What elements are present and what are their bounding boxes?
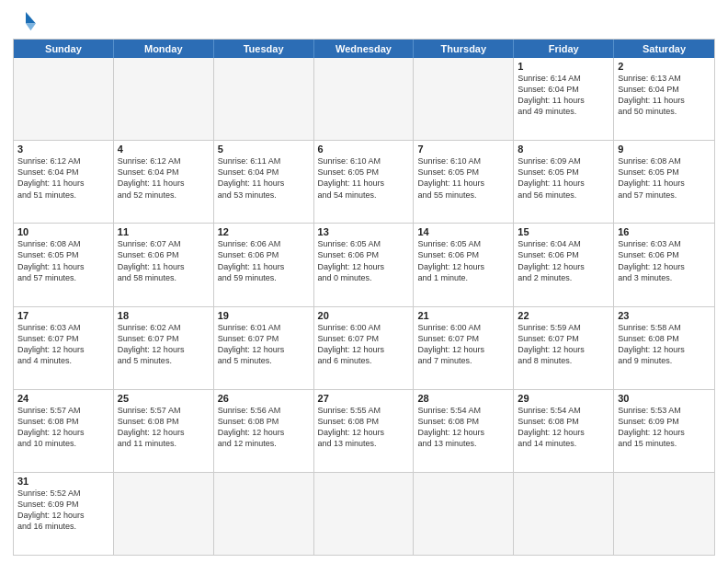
day-number: 31 bbox=[17, 476, 109, 487]
calendar-row-2: 10Sunrise: 6:08 AM Sunset: 6:05 PM Dayli… bbox=[14, 223, 714, 305]
day-number: 25 bbox=[118, 393, 210, 404]
calendar-cell-12: 12Sunrise: 6:06 AM Sunset: 6:06 PM Dayli… bbox=[214, 224, 314, 305]
calendar-row-1: 3Sunrise: 6:12 AM Sunset: 6:04 PM Daylig… bbox=[14, 140, 714, 223]
calendar-cell-empty-0-3 bbox=[314, 58, 415, 140]
calendar-cell-empty-0-4 bbox=[414, 58, 514, 140]
day-number: 15 bbox=[518, 226, 609, 237]
calendar-cell-empty-5-3 bbox=[314, 473, 415, 555]
day-number: 12 bbox=[218, 226, 310, 237]
logo bbox=[13, 9, 42, 35]
cell-content: Sunrise: 6:00 AM Sunset: 6:07 PM Dayligh… bbox=[417, 322, 509, 367]
calendar: SundayMondayTuesdayWednesdayThursdayFrid… bbox=[13, 39, 715, 556]
day-number: 1 bbox=[518, 61, 609, 72]
day-number: 16 bbox=[618, 226, 711, 237]
cell-content: Sunrise: 6:05 AM Sunset: 6:06 PM Dayligh… bbox=[417, 238, 509, 283]
cell-content: Sunrise: 6:07 AM Sunset: 6:06 PM Dayligh… bbox=[118, 238, 210, 283]
calendar-cell-15: 15Sunrise: 6:04 AM Sunset: 6:06 PM Dayli… bbox=[514, 224, 614, 305]
day-number: 4 bbox=[118, 144, 210, 155]
day-number: 17 bbox=[17, 310, 109, 321]
weekday-header-thursday: Thursday bbox=[414, 40, 514, 58]
generalblue-logo-icon bbox=[13, 9, 39, 35]
calendar-header: SundayMondayTuesdayWednesdayThursdayFrid… bbox=[14, 40, 714, 58]
calendar-cell-empty-5-2 bbox=[214, 473, 314, 555]
calendar-cell-8: 8Sunrise: 6:09 AM Sunset: 6:05 PM Daylig… bbox=[514, 141, 614, 223]
calendar-cell-24: 24Sunrise: 5:57 AM Sunset: 6:08 PM Dayli… bbox=[14, 390, 114, 472]
day-number: 6 bbox=[318, 144, 410, 155]
day-number: 3 bbox=[17, 144, 109, 155]
cell-content: Sunrise: 6:12 AM Sunset: 6:04 PM Dayligh… bbox=[118, 155, 210, 201]
day-number: 23 bbox=[618, 310, 711, 321]
calendar-cell-empty-0-1 bbox=[114, 58, 214, 140]
calendar-cell-1: 1Sunrise: 6:14 AM Sunset: 6:04 PM Daylig… bbox=[514, 58, 614, 140]
calendar-cell-empty-5-5 bbox=[514, 473, 614, 555]
day-number: 8 bbox=[518, 144, 609, 155]
cell-content: Sunrise: 5:54 AM Sunset: 6:08 PM Dayligh… bbox=[518, 405, 609, 450]
calendar-cell-31: 31Sunrise: 5:52 AM Sunset: 6:09 PM Dayli… bbox=[14, 473, 114, 555]
calendar-cell-9: 9Sunrise: 6:08 AM Sunset: 6:05 PM Daylig… bbox=[614, 141, 714, 223]
cell-content: Sunrise: 6:06 AM Sunset: 6:06 PM Dayligh… bbox=[218, 238, 310, 283]
day-number: 22 bbox=[518, 310, 609, 321]
cell-content: Sunrise: 6:00 AM Sunset: 6:07 PM Dayligh… bbox=[318, 322, 410, 367]
calendar-cell-17: 17Sunrise: 6:03 AM Sunset: 6:07 PM Dayli… bbox=[14, 307, 114, 389]
day-number: 19 bbox=[218, 310, 310, 321]
calendar-row-3: 17Sunrise: 6:03 AM Sunset: 6:07 PM Dayli… bbox=[14, 306, 714, 389]
cell-content: Sunrise: 6:01 AM Sunset: 6:07 PM Dayligh… bbox=[218, 322, 310, 367]
calendar-cell-6: 6Sunrise: 6:10 AM Sunset: 6:05 PM Daylig… bbox=[314, 141, 415, 223]
weekday-header-sunday: Sunday bbox=[14, 40, 114, 58]
cell-content: Sunrise: 5:58 AM Sunset: 6:08 PM Dayligh… bbox=[618, 322, 711, 367]
cell-content: Sunrise: 6:14 AM Sunset: 6:04 PM Dayligh… bbox=[518, 73, 609, 118]
calendar-cell-18: 18Sunrise: 6:02 AM Sunset: 6:07 PM Dayli… bbox=[114, 307, 214, 389]
day-number: 20 bbox=[318, 310, 410, 321]
cell-content: Sunrise: 5:54 AM Sunset: 6:08 PM Dayligh… bbox=[417, 405, 509, 450]
cell-content: Sunrise: 5:56 AM Sunset: 6:08 PM Dayligh… bbox=[218, 405, 310, 450]
calendar-cell-10: 10Sunrise: 6:08 AM Sunset: 6:05 PM Dayli… bbox=[14, 224, 114, 305]
day-number: 14 bbox=[417, 226, 509, 237]
calendar-cell-22: 22Sunrise: 5:59 AM Sunset: 6:07 PM Dayli… bbox=[514, 307, 614, 389]
calendar-body: 1Sunrise: 6:14 AM Sunset: 6:04 PM Daylig… bbox=[14, 58, 714, 555]
cell-content: Sunrise: 5:59 AM Sunset: 6:07 PM Dayligh… bbox=[518, 322, 609, 367]
calendar-cell-16: 16Sunrise: 6:03 AM Sunset: 6:06 PM Dayli… bbox=[614, 224, 714, 305]
calendar-cell-5: 5Sunrise: 6:11 AM Sunset: 6:04 PM Daylig… bbox=[214, 141, 314, 223]
cell-content: Sunrise: 5:53 AM Sunset: 6:09 PM Dayligh… bbox=[618, 405, 711, 450]
calendar-cell-empty-5-6 bbox=[614, 473, 714, 555]
day-number: 5 bbox=[218, 144, 310, 155]
calendar-cell-2: 2Sunrise: 6:13 AM Sunset: 6:04 PM Daylig… bbox=[614, 58, 714, 140]
cell-content: Sunrise: 6:10 AM Sunset: 6:05 PM Dayligh… bbox=[417, 155, 509, 201]
calendar-cell-30: 30Sunrise: 5:53 AM Sunset: 6:09 PM Dayli… bbox=[614, 390, 714, 472]
cell-content: Sunrise: 6:02 AM Sunset: 6:07 PM Dayligh… bbox=[118, 322, 210, 367]
cell-content: Sunrise: 5:57 AM Sunset: 6:08 PM Dayligh… bbox=[17, 405, 109, 450]
calendar-cell-11: 11Sunrise: 6:07 AM Sunset: 6:06 PM Dayli… bbox=[114, 224, 214, 305]
day-number: 18 bbox=[118, 310, 210, 321]
cell-content: Sunrise: 5:52 AM Sunset: 6:09 PM Dayligh… bbox=[17, 488, 109, 533]
cell-content: Sunrise: 6:08 AM Sunset: 6:05 PM Dayligh… bbox=[618, 155, 711, 201]
day-number: 26 bbox=[218, 393, 310, 404]
day-number: 13 bbox=[318, 226, 410, 237]
calendar-cell-23: 23Sunrise: 5:58 AM Sunset: 6:08 PM Dayli… bbox=[614, 307, 714, 389]
calendar-cell-empty-0-0 bbox=[14, 58, 114, 140]
calendar-cell-27: 27Sunrise: 5:55 AM Sunset: 6:08 PM Dayli… bbox=[314, 390, 415, 472]
calendar-cell-14: 14Sunrise: 6:05 AM Sunset: 6:06 PM Dayli… bbox=[414, 224, 514, 305]
page: SundayMondayTuesdayWednesdayThursdayFrid… bbox=[0, 0, 728, 563]
cell-content: Sunrise: 6:09 AM Sunset: 6:05 PM Dayligh… bbox=[518, 155, 609, 201]
cell-content: Sunrise: 6:08 AM Sunset: 6:05 PM Dayligh… bbox=[17, 238, 109, 283]
calendar-cell-28: 28Sunrise: 5:54 AM Sunset: 6:08 PM Dayli… bbox=[414, 390, 514, 472]
cell-content: Sunrise: 6:12 AM Sunset: 6:04 PM Dayligh… bbox=[17, 155, 109, 201]
weekday-header-monday: Monday bbox=[114, 40, 214, 58]
cell-content: Sunrise: 6:04 AM Sunset: 6:06 PM Dayligh… bbox=[518, 238, 609, 283]
calendar-cell-26: 26Sunrise: 5:56 AM Sunset: 6:08 PM Dayli… bbox=[214, 390, 314, 472]
cell-content: Sunrise: 6:03 AM Sunset: 6:06 PM Dayligh… bbox=[618, 238, 711, 283]
weekday-header-tuesday: Tuesday bbox=[214, 40, 314, 58]
calendar-cell-empty-5-4 bbox=[414, 473, 514, 555]
calendar-row-0: 1Sunrise: 6:14 AM Sunset: 6:04 PM Daylig… bbox=[14, 58, 714, 140]
calendar-cell-4: 4Sunrise: 6:12 AM Sunset: 6:04 PM Daylig… bbox=[114, 141, 214, 223]
day-number: 2 bbox=[618, 61, 711, 72]
cell-content: Sunrise: 6:05 AM Sunset: 6:06 PM Dayligh… bbox=[318, 238, 410, 283]
calendar-row-4: 24Sunrise: 5:57 AM Sunset: 6:08 PM Dayli… bbox=[14, 389, 714, 472]
day-number: 30 bbox=[618, 393, 711, 404]
day-number: 27 bbox=[318, 393, 410, 404]
calendar-cell-empty-5-1 bbox=[114, 473, 214, 555]
calendar-cell-25: 25Sunrise: 5:57 AM Sunset: 6:08 PM Dayli… bbox=[114, 390, 214, 472]
cell-content: Sunrise: 6:13 AM Sunset: 6:04 PM Dayligh… bbox=[618, 73, 711, 118]
calendar-cell-7: 7Sunrise: 6:10 AM Sunset: 6:05 PM Daylig… bbox=[414, 141, 514, 223]
day-number: 24 bbox=[17, 393, 109, 404]
